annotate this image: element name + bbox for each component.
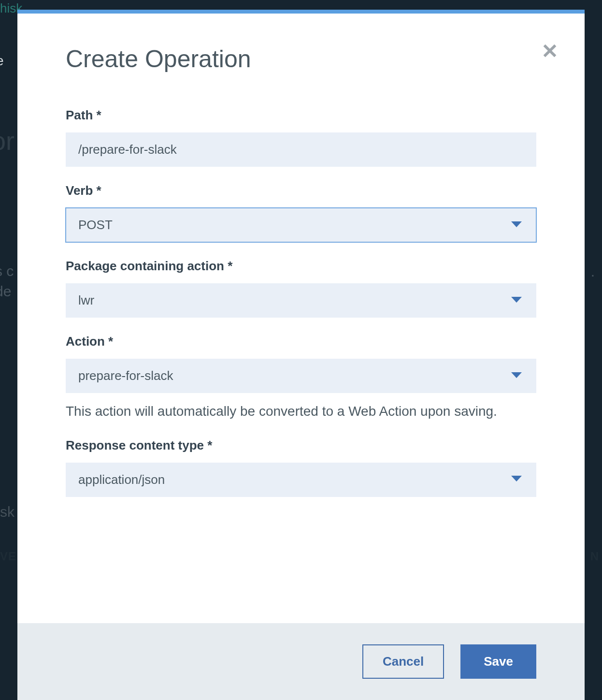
action-help-text: This action will automatically be conver… (66, 402, 536, 422)
create-operation-modal: Create Operation Path * Verb * POST Pack… (17, 10, 585, 700)
modal-title: Create Operation (66, 45, 536, 73)
path-label: Path * (66, 108, 536, 123)
response-type-select[interactable]: application/json (66, 463, 536, 497)
path-input[interactable] (66, 132, 536, 167)
verb-label: Verb * (66, 183, 536, 198)
action-group: Action * prepare-for-slack This action w… (66, 334, 536, 422)
verb-group: Verb * POST (66, 183, 536, 242)
save-button[interactable]: Save (460, 644, 536, 679)
action-label: Action * (66, 334, 536, 349)
modal-accent-bar (17, 10, 585, 14)
modal-body: Create Operation Path * Verb * POST Pack… (17, 14, 585, 623)
action-select[interactable]: prepare-for-slack (66, 359, 536, 393)
cancel-button[interactable]: Cancel (362, 644, 444, 679)
package-label: Package containing action * (66, 259, 536, 274)
package-group: Package containing action * lwr (66, 259, 536, 318)
path-group: Path * (66, 108, 536, 167)
response-type-group: Response content type * application/json (66, 438, 536, 497)
package-select[interactable]: lwr (66, 283, 536, 318)
response-type-label: Response content type * (66, 438, 536, 453)
close-icon[interactable] (542, 43, 558, 61)
modal-overlay: Create Operation Path * Verb * POST Pack… (0, 0, 602, 700)
verb-select[interactable]: POST (66, 208, 536, 242)
modal-footer: Cancel Save (17, 623, 585, 700)
